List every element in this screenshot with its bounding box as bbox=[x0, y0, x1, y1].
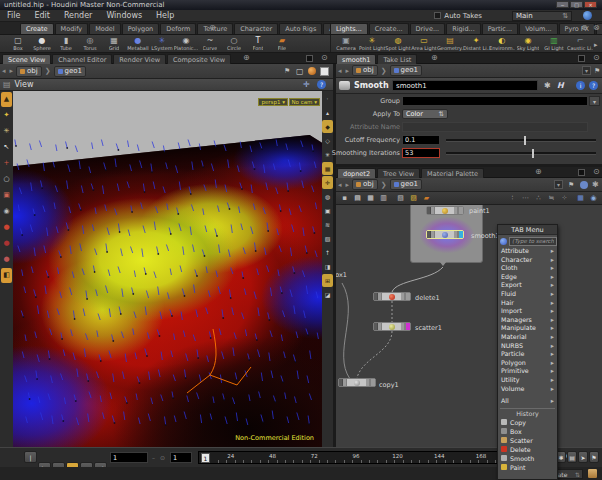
wireframe-mode-icon[interactable]: ◇ bbox=[322, 134, 333, 147]
pane-menu-icon[interactable]: ⊙ bbox=[590, 52, 602, 63]
pose-tool-icon[interactable]: ◉ bbox=[1, 204, 12, 219]
display-points-icon[interactable]: · bbox=[322, 92, 333, 105]
new-node-icon[interactable]: ▤ bbox=[353, 194, 362, 202]
node-scatter1[interactable] bbox=[373, 322, 411, 331]
network-canvas[interactable]: paint1 smooth1 box1 delete1 scatter1 bbox=[336, 205, 602, 447]
shelf-tool-button[interactable]: ◉ Platonic... bbox=[174, 35, 198, 52]
shelf-tool-button[interactable]: ✳ Point Light bbox=[359, 35, 385, 52]
back-icon[interactable]: ◂ bbox=[338, 67, 342, 75]
node-copy1[interactable] bbox=[338, 378, 376, 387]
tab-menu-category[interactable]: Import▸ bbox=[498, 307, 557, 316]
wire-style-icon[interactable]: ≒ bbox=[547, 194, 556, 202]
cutoff-frequency-slider[interactable] bbox=[446, 139, 596, 142]
tab-menu-search-input[interactable] bbox=[509, 237, 557, 246]
back-icon[interactable]: ◂ bbox=[338, 181, 342, 189]
wireframe-shaded-icon[interactable]: ▢ bbox=[296, 67, 304, 76]
shelf-tab[interactable]: Lights... bbox=[330, 23, 368, 34]
pane-maximize-icon[interactable] bbox=[578, 169, 585, 176]
display-grid-icon[interactable]: ▦ bbox=[322, 162, 333, 175]
tab-menu-all[interactable]: All▸ bbox=[498, 397, 557, 406]
breadcrumb-obj[interactable]: obj bbox=[16, 66, 42, 77]
apply-to-combo[interactable]: Color⇅ bbox=[402, 109, 448, 119]
help-icon[interactable]: ? bbox=[317, 80, 326, 89]
tab-menu-category[interactable]: NURBS▸ bbox=[498, 342, 557, 351]
add-pane-tab-icon[interactable]: ⊕ bbox=[532, 166, 545, 177]
shelf-tool-button[interactable]: ▥ GI Light bbox=[541, 35, 567, 52]
shelf-tool-button[interactable]: ◉ Sky Light bbox=[515, 35, 541, 52]
scale-handle-icon[interactable]: ▣ bbox=[1, 188, 12, 203]
shelf-tool-button[interactable]: ✳ LSystem bbox=[150, 35, 174, 52]
shelf-tab[interactable]: Volum... bbox=[519, 23, 557, 34]
translate-handle-icon[interactable]: + bbox=[1, 156, 12, 171]
folder-icon[interactable]: ▨ bbox=[409, 194, 418, 202]
shelf-options-icon[interactable]: ⊕ bbox=[578, 22, 591, 33]
menu-item[interactable]: File bbox=[0, 11, 27, 20]
pin-icon[interactable]: ⚑ bbox=[594, 67, 600, 75]
camera-selector[interactable]: No cam ▾ bbox=[289, 98, 321, 106]
tab-menu-category[interactable]: Edge▸ bbox=[498, 273, 557, 282]
shelf-tab[interactable]: Auto Rigs bbox=[279, 23, 322, 34]
tab-menu-category[interactable]: Managers▸ bbox=[498, 316, 557, 325]
close-button[interactable]: ✕ bbox=[584, 1, 597, 8]
tab-menu-category[interactable]: Character▸ bbox=[498, 256, 557, 265]
add-pane-tab-icon[interactable]: ⊕ bbox=[428, 52, 441, 63]
flag-icon[interactable]: ⚑ bbox=[284, 67, 290, 75]
tab-menu-history-item[interactable]: Smooth bbox=[498, 454, 557, 463]
breadcrumb-geo1[interactable]: geo1 bbox=[390, 65, 423, 76]
cutoff-frequency-field[interactable] bbox=[402, 135, 440, 145]
tab-menu-history-item[interactable]: Paint bbox=[498, 463, 557, 472]
rotate-handle-icon[interactable]: ○ bbox=[1, 172, 12, 187]
slider-handle[interactable] bbox=[524, 136, 526, 145]
display-handles-icon[interactable]: ✛ bbox=[322, 176, 333, 189]
group-field[interactable] bbox=[402, 96, 588, 106]
display-options-icon[interactable]: ◪ bbox=[322, 288, 333, 301]
avatar-icon[interactable] bbox=[580, 181, 588, 189]
layout-icon[interactable]: ▧ bbox=[396, 194, 405, 202]
performance-icon[interactable]: ▤ bbox=[567, 451, 577, 463]
shelf-tool-button[interactable]: ▤ Geometry... bbox=[437, 35, 463, 52]
menu-item[interactable]: Render bbox=[57, 11, 99, 20]
start-frame-field[interactable] bbox=[110, 452, 148, 463]
range-lock-icon[interactable]: – bbox=[152, 454, 155, 461]
template-flag[interactable] bbox=[405, 323, 410, 330]
flag-options-icon[interactable]: ⚑ bbox=[589, 451, 599, 463]
tab-menu-category[interactable]: Cloth▸ bbox=[498, 264, 557, 273]
select-objects-icon[interactable]: ✦ bbox=[1, 108, 12, 123]
shelf-tab[interactable]: Create bbox=[20, 23, 54, 34]
display-lights-icon[interactable]: ◍ bbox=[322, 190, 333, 203]
forward-icon[interactable]: ▸ bbox=[346, 181, 350, 189]
export-icon[interactable]: ▰ bbox=[422, 194, 431, 202]
transport-button[interactable]: |◀◀ bbox=[24, 451, 37, 463]
display-flag[interactable] bbox=[458, 231, 463, 238]
shelf-tab[interactable]: Polygon bbox=[122, 23, 160, 34]
tab-menu-history-item[interactable]: Delete bbox=[498, 445, 557, 454]
shelf-tool-button[interactable]: ○ Circle bbox=[222, 35, 246, 52]
help-icon[interactable]: ? bbox=[589, 81, 598, 90]
auto-takes-checkbox[interactable] bbox=[434, 12, 441, 19]
take-selector[interactable]: Main⇅ bbox=[512, 11, 572, 21]
display-bg-icon[interactable]: ▧ bbox=[322, 232, 333, 245]
menu-item[interactable]: Help bbox=[149, 11, 181, 20]
select-geometry-icon[interactable]: ✳ bbox=[1, 124, 12, 139]
organize-icon[interactable]: ⁘ bbox=[560, 194, 569, 202]
menu-item[interactable]: Windows bbox=[99, 11, 149, 20]
shelf-tool-button[interactable]: ⌐ Caustic Li... bbox=[567, 35, 593, 52]
pane-menu-icon[interactable]: ⊙ bbox=[590, 166, 602, 177]
playhead-marker[interactable]: 1 bbox=[201, 453, 210, 463]
pane-maximize-icon[interactable] bbox=[306, 55, 313, 62]
breadcrumb-obj[interactable]: obj bbox=[352, 179, 378, 190]
tab-menu-history-item[interactable]: Scatter bbox=[498, 436, 557, 445]
hand-tool-icon[interactable] bbox=[587, 468, 598, 479]
shelf-tab[interactable]: Partic... bbox=[482, 23, 518, 34]
current-frame-field[interactable] bbox=[170, 452, 192, 463]
pane-maximize-icon[interactable] bbox=[578, 55, 585, 62]
view-selector[interactable]: persp1 ▾ bbox=[258, 98, 288, 106]
node-name-field[interactable] bbox=[392, 80, 538, 91]
shaded-mode-icon[interactable]: ◆ bbox=[322, 120, 333, 133]
takes-globe-icon[interactable] bbox=[583, 11, 592, 20]
color-palette-icon[interactable]: ▥ bbox=[379, 194, 388, 202]
shelf-tool-button[interactable]: T Font bbox=[246, 35, 270, 52]
node-smooth1[interactable] bbox=[426, 230, 464, 239]
add-shelf-tab-icon[interactable]: ⊕ bbox=[206, 22, 219, 33]
tab-menu-category[interactable]: Particle▸ bbox=[498, 350, 557, 359]
